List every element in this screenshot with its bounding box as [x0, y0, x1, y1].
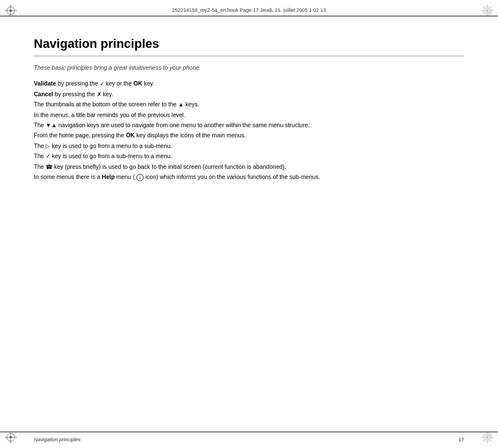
- body-line-6: From the home page, pressing the OK key …: [34, 131, 464, 140]
- cancel-label: Cancel: [34, 91, 53, 97]
- thumb-keys-icon: ▲: [178, 100, 184, 109]
- ok-label-2: OK: [126, 132, 135, 138]
- bottom-border-line: [0, 432, 498, 432]
- check-key-icon: ✓: [100, 79, 104, 88]
- right-arrow-icon: ▷: [46, 142, 50, 151]
- body-line-2: Cancel by pressing the ✗ key.: [34, 89, 464, 99]
- body-line-3: The thumbnails at the bottom of the scre…: [34, 100, 464, 109]
- corner-marker-br: [481, 431, 493, 443]
- body-line-10: In some menus there is a Help menu ( i i…: [34, 172, 464, 181]
- body-line-9: The ☎ key (press briefly) is used to go …: [34, 162, 464, 172]
- nav-updown-icon: ▼▲: [46, 121, 57, 130]
- header-text: 252214159_myZ-5a_en.book Page 17 Jeudi, …: [172, 7, 326, 13]
- corner-marker-tl: [5, 5, 17, 17]
- header-bar: 252214159_myZ-5a_en.book Page 17 Jeudi, …: [34, 5, 464, 16]
- main-content: Navigation principles These basic princi…: [34, 25, 464, 423]
- corner-marker-bl: [5, 431, 17, 443]
- footer-chapter-label: Navigation principles: [34, 437, 81, 442]
- page-title: Navigation principles: [34, 37, 464, 51]
- top-border-line: [0, 16, 498, 16]
- phone-key-icon: ☎: [46, 163, 52, 172]
- title-underline: [34, 56, 464, 56]
- page-container: 252214159_myZ-5a_en.book Page 17 Jeudi, …: [0, 0, 498, 448]
- validate-text: by pressing the: [58, 80, 100, 87]
- cancel-key-icon: ✗: [97, 90, 101, 99]
- footer-page-number: 17: [459, 437, 464, 442]
- svg-point-3: [10, 10, 12, 12]
- ok-label-1: OK: [134, 80, 143, 87]
- validate-label: Validate: [34, 80, 56, 87]
- footer-bar: Navigation principles 17: [34, 437, 464, 442]
- body-line-7: The ▷ key is used to go from a menu to a…: [34, 141, 464, 151]
- help-icon: i: [136, 174, 144, 181]
- body-line-1: Validate by pressing the ✓ key or the OK…: [34, 79, 464, 88]
- body-line-8: The ✓ key is used to go from a sub-menu …: [34, 151, 464, 161]
- svg-point-13: [10, 436, 12, 438]
- body-line-4: In the menus, a title bar reminds you of…: [34, 110, 464, 119]
- check-key-icon-2: ✓: [46, 152, 50, 161]
- body-content: Validate by pressing the ✓ key or the OK…: [34, 79, 464, 181]
- body-line-5: The ▼▲ navigation keys are used to navig…: [34, 120, 464, 130]
- corner-marker-tr: [481, 5, 493, 17]
- intro-paragraph: These basic principles bring a great int…: [34, 64, 464, 71]
- help-label: Help: [102, 173, 115, 180]
